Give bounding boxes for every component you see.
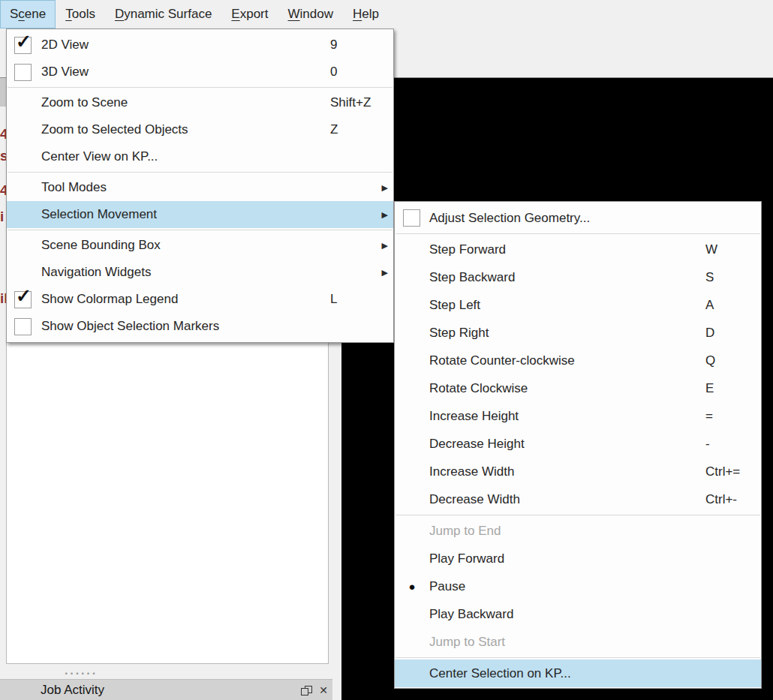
- menu-item-selection-movement[interactable]: Selection Movement ▶: [7, 201, 393, 228]
- checkmark-icon: ✓: [16, 31, 32, 53]
- menu-item-3d-view[interactable]: 3D View 0: [7, 59, 393, 86]
- menu-separator: [8, 230, 393, 230]
- close-icon[interactable]: ✕: [319, 685, 328, 695]
- menubar-item-dynamic-surface[interactable]: Dynamic Surface: [105, 0, 221, 29]
- float-panel-icon[interactable]: [301, 686, 312, 695]
- clipped-text-fragment: il: [0, 290, 6, 307]
- submenu-arrow-icon: ▶: [382, 268, 388, 278]
- checkbox-unchecked: [14, 64, 32, 81]
- selection-movement-submenu-popup: Adjust Selection Geometry... Step Forwar…: [394, 201, 762, 689]
- menu-item-decrease-height[interactable]: Decrease Height -: [395, 430, 761, 458]
- menu-item-increase-width[interactable]: Increase Width Ctrl+=: [395, 458, 761, 485]
- menu-item-jump-to-end: Jump to End: [395, 517, 761, 545]
- menu-item-2d-view[interactable]: ✓ 2D View 9: [7, 32, 393, 59]
- checkmark-icon: ✓: [16, 285, 32, 307]
- checkbox-checked: ✓: [14, 291, 32, 308]
- submenu-arrow-icon: ▶: [382, 241, 388, 251]
- application-window: 4 s 4 i il ······ Job Activity ✕ ⌄ Clust…: [0, 0, 773, 700]
- checkbox-unchecked: [14, 318, 32, 335]
- radio-dot-icon: ●: [408, 580, 415, 593]
- menubar: Scene Tools Dynamic Surface Export Windo…: [0, 0, 773, 29]
- menu-item-scene-bounding-box[interactable]: Scene Bounding Box ▶: [7, 232, 393, 259]
- menu-item-center-view-on-kp[interactable]: Center View on KP...: [7, 143, 393, 170]
- clipped-text-fragment: 4: [0, 126, 6, 143]
- menubar-item-export[interactable]: Export: [221, 0, 278, 29]
- menu-item-rotate-counter-clockwise[interactable]: Rotate Counter-clockwise Q: [395, 347, 761, 374]
- menu-item-increase-height[interactable]: Increase Height =: [395, 402, 761, 430]
- menu-item-navigation-widgets[interactable]: Navigation Widgets ▶: [7, 259, 393, 286]
- scene-menu-popup: ✓ 2D View 9 3D View 0 Zoom to Scene Shif…: [6, 29, 394, 343]
- submenu-arrow-icon: ▶: [382, 183, 388, 193]
- menubar-item-tools[interactable]: Tools: [56, 0, 105, 29]
- menu-item-zoom-to-selected-objects[interactable]: Zoom to Selected Objects Z: [7, 116, 393, 143]
- job-activity-titlebar: Job Activity ✕: [0, 679, 332, 700]
- menu-separator: [8, 172, 393, 173]
- menu-item-play-forward[interactable]: Play Forward: [395, 545, 761, 572]
- menu-item-step-left[interactable]: Step Left A: [395, 291, 761, 319]
- checkbox-checked: ✓: [14, 37, 32, 54]
- menu-item-zoom-to-scene[interactable]: Zoom to Scene Shift+Z: [7, 89, 393, 116]
- clipped-text-fragment: i: [0, 209, 6, 225]
- menubar-item-help[interactable]: Help: [343, 0, 389, 29]
- menu-separator: [396, 515, 760, 515]
- menu-item-decrease-width[interactable]: Decrease Width Ctrl+-: [395, 485, 761, 513]
- menu-item-jump-to-start: Jump to Start: [395, 628, 761, 656]
- menu-item-pause[interactable]: ● Pause: [395, 572, 761, 600]
- clipped-text-fragment: 4: [0, 182, 6, 199]
- menu-item-play-backward[interactable]: Play Backward: [395, 600, 761, 628]
- menu-item-rotate-clockwise[interactable]: Rotate Clockwise E: [395, 374, 761, 402]
- menu-separator: [396, 233, 760, 234]
- job-activity-title: Job Activity: [0, 683, 104, 698]
- checkbox-unchecked: [403, 209, 420, 227]
- menubar-item-scene[interactable]: Scene: [0, 0, 56, 29]
- menu-item-show-colormap-legend[interactable]: ✓ Show Colormap Legend L: [7, 286, 393, 313]
- menu-item-step-right[interactable]: Step Right D: [395, 319, 761, 347]
- menu-item-step-backward[interactable]: Step Backward S: [395, 263, 761, 291]
- menu-separator: [396, 657, 760, 658]
- menu-item-step-forward[interactable]: Step Forward W: [395, 236, 761, 263]
- menu-item-adjust-selection-geometry[interactable]: Adjust Selection Geometry...: [395, 204, 761, 232]
- menubar-item-window[interactable]: Window: [278, 0, 343, 29]
- menu-separator: [8, 87, 393, 88]
- menu-item-show-object-selection-markers[interactable]: Show Object Selection Markers: [7, 313, 393, 340]
- menu-item-center-selection-on-kp[interactable]: Center Selection on KP...: [395, 659, 761, 687]
- clipped-text-fragment: s: [0, 148, 6, 164]
- menu-item-tool-modes[interactable]: Tool Modes ▶: [7, 174, 393, 201]
- submenu-arrow-icon: ▶: [382, 210, 388, 220]
